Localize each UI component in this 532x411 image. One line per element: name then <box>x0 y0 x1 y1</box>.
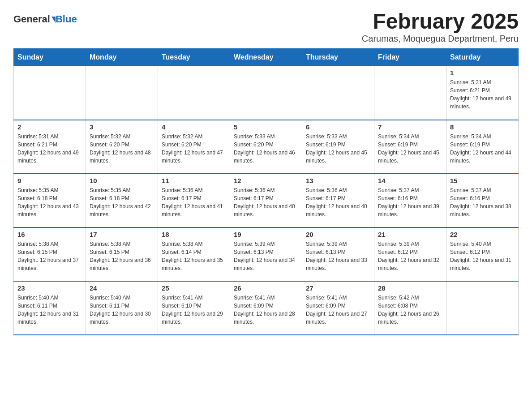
day-number: 28 <box>378 284 442 292</box>
day-info: Sunrise: 5:40 AM Sunset: 6:11 PM Dayligh… <box>90 294 154 326</box>
day-info: Sunrise: 5:42 AM Sunset: 6:08 PM Dayligh… <box>378 294 442 326</box>
logo: GeneralBlue <box>13 13 77 25</box>
day-info: Sunrise: 5:37 AM Sunset: 6:16 PM Dayligh… <box>450 186 515 218</box>
header-row: Sunday Monday Tuesday Wednesday Thursday… <box>14 49 519 66</box>
day-info: Sunrise: 5:37 AM Sunset: 6:16 PM Dayligh… <box>378 186 442 218</box>
calendar-cell: 13Sunrise: 5:36 AM Sunset: 6:17 PM Dayli… <box>302 174 374 227</box>
calendar-cell: 4Sunrise: 5:32 AM Sunset: 6:20 PM Daylig… <box>158 120 230 174</box>
calendar-week-row: 1Sunrise: 5:31 AM Sunset: 6:21 PM Daylig… <box>14 66 519 120</box>
day-number: 6 <box>306 123 370 131</box>
calendar-cell: 17Sunrise: 5:38 AM Sunset: 6:15 PM Dayli… <box>86 227 158 281</box>
calendar-cell <box>374 66 446 120</box>
calendar-week-row: 2Sunrise: 5:31 AM Sunset: 6:21 PM Daylig… <box>14 120 519 174</box>
day-number: 11 <box>162 177 226 184</box>
calendar-cell: 18Sunrise: 5:38 AM Sunset: 6:14 PM Dayli… <box>158 227 230 281</box>
day-info: Sunrise: 5:38 AM Sunset: 6:14 PM Dayligh… <box>162 240 226 272</box>
day-number: 5 <box>234 123 298 131</box>
logo-triangle-icon <box>51 17 56 23</box>
day-number: 27 <box>306 284 370 292</box>
calendar-table: Sunday Monday Tuesday Wednesday Thursday… <box>13 48 519 335</box>
day-info: Sunrise: 5:38 AM Sunset: 6:15 PM Dayligh… <box>17 240 82 272</box>
day-info: Sunrise: 5:32 AM Sunset: 6:20 PM Dayligh… <box>90 133 154 165</box>
day-info: Sunrise: 5:39 AM Sunset: 6:12 PM Dayligh… <box>378 240 442 272</box>
calendar-cell: 23Sunrise: 5:40 AM Sunset: 6:11 PM Dayli… <box>14 281 86 335</box>
calendar-week-row: 9Sunrise: 5:35 AM Sunset: 6:18 PM Daylig… <box>14 174 519 227</box>
calendar-cell: 12Sunrise: 5:36 AM Sunset: 6:17 PM Dayli… <box>230 174 302 227</box>
calendar-week-row: 16Sunrise: 5:38 AM Sunset: 6:15 PM Dayli… <box>14 227 519 281</box>
page-title: February 2025 <box>362 9 519 34</box>
calendar-cell: 10Sunrise: 5:35 AM Sunset: 6:18 PM Dayli… <box>86 174 158 227</box>
day-info: Sunrise: 5:33 AM Sunset: 6:20 PM Dayligh… <box>234 133 298 165</box>
calendar-week-row: 23Sunrise: 5:40 AM Sunset: 6:11 PM Dayli… <box>14 281 519 335</box>
day-info: Sunrise: 5:36 AM Sunset: 6:17 PM Dayligh… <box>162 186 226 218</box>
day-number: 9 <box>17 177 82 184</box>
day-number: 12 <box>234 177 298 184</box>
day-info: Sunrise: 5:41 AM Sunset: 6:09 PM Dayligh… <box>306 294 370 326</box>
calendar-cell: 11Sunrise: 5:36 AM Sunset: 6:17 PM Dayli… <box>158 174 230 227</box>
calendar-cell: 1Sunrise: 5:31 AM Sunset: 6:21 PM Daylig… <box>446 66 519 120</box>
day-info: Sunrise: 5:38 AM Sunset: 6:15 PM Dayligh… <box>90 240 154 272</box>
day-number: 7 <box>378 123 442 131</box>
calendar-cell: 19Sunrise: 5:39 AM Sunset: 6:13 PM Dayli… <box>230 227 302 281</box>
day-info: Sunrise: 5:32 AM Sunset: 6:20 PM Dayligh… <box>162 133 226 165</box>
day-number: 23 <box>17 284 82 292</box>
header-wednesday: Wednesday <box>230 49 302 66</box>
calendar-cell: 2Sunrise: 5:31 AM Sunset: 6:21 PM Daylig… <box>14 120 86 174</box>
day-number: 1 <box>450 69 515 77</box>
page-header: GeneralBlue February 2025 Carumas, Moque… <box>13 9 519 44</box>
day-number: 16 <box>17 231 82 238</box>
title-area: February 2025 Carumas, Moquegua Departme… <box>362 9 519 44</box>
day-info: Sunrise: 5:40 AM Sunset: 6:11 PM Dayligh… <box>17 294 82 326</box>
calendar-cell <box>302 66 374 120</box>
header-sunday: Sunday <box>14 49 86 66</box>
calendar-cell: 3Sunrise: 5:32 AM Sunset: 6:20 PM Daylig… <box>86 120 158 174</box>
calendar-cell: 6Sunrise: 5:33 AM Sunset: 6:19 PM Daylig… <box>302 120 374 174</box>
day-number: 24 <box>90 284 154 292</box>
day-number: 3 <box>90 123 154 131</box>
calendar-cell <box>86 66 158 120</box>
header-thursday: Thursday <box>302 49 374 66</box>
day-number: 19 <box>234 231 298 238</box>
day-number: 21 <box>378 231 442 238</box>
calendar-cell: 5Sunrise: 5:33 AM Sunset: 6:20 PM Daylig… <box>230 120 302 174</box>
calendar-cell: 28Sunrise: 5:42 AM Sunset: 6:08 PM Dayli… <box>374 281 446 335</box>
day-info: Sunrise: 5:33 AM Sunset: 6:19 PM Dayligh… <box>306 133 370 165</box>
day-info: Sunrise: 5:39 AM Sunset: 6:13 PM Dayligh… <box>306 240 370 272</box>
day-info: Sunrise: 5:35 AM Sunset: 6:18 PM Dayligh… <box>17 186 82 218</box>
calendar-cell: 27Sunrise: 5:41 AM Sunset: 6:09 PM Dayli… <box>302 281 374 335</box>
header-friday: Friday <box>374 49 446 66</box>
calendar-cell: 21Sunrise: 5:39 AM Sunset: 6:12 PM Dayli… <box>374 227 446 281</box>
calendar-cell: 8Sunrise: 5:34 AM Sunset: 6:19 PM Daylig… <box>446 120 519 174</box>
day-info: Sunrise: 5:41 AM Sunset: 6:09 PM Dayligh… <box>234 294 298 326</box>
day-number: 15 <box>450 177 515 184</box>
day-info: Sunrise: 5:34 AM Sunset: 6:19 PM Dayligh… <box>450 133 515 165</box>
day-info: Sunrise: 5:39 AM Sunset: 6:13 PM Dayligh… <box>234 240 298 272</box>
day-info: Sunrise: 5:36 AM Sunset: 6:17 PM Dayligh… <box>234 186 298 218</box>
calendar-cell: 14Sunrise: 5:37 AM Sunset: 6:16 PM Dayli… <box>374 174 446 227</box>
day-number: 2 <box>17 123 82 131</box>
calendar-cell: 7Sunrise: 5:34 AM Sunset: 6:19 PM Daylig… <box>374 120 446 174</box>
day-number: 22 <box>450 231 515 238</box>
day-info: Sunrise: 5:31 AM Sunset: 6:21 PM Dayligh… <box>17 133 82 165</box>
day-number: 25 <box>162 284 226 292</box>
calendar-cell: 24Sunrise: 5:40 AM Sunset: 6:11 PM Dayli… <box>86 281 158 335</box>
header-monday: Monday <box>86 49 158 66</box>
logo-general: General <box>13 13 50 25</box>
logo-blue: Blue <box>56 13 77 25</box>
day-number: 13 <box>306 177 370 184</box>
day-number: 4 <box>162 123 226 131</box>
page-subtitle: Carumas, Moquegua Department, Peru <box>362 34 519 44</box>
header-saturday: Saturday <box>446 49 519 66</box>
day-number: 8 <box>450 123 515 131</box>
day-number: 14 <box>378 177 442 184</box>
calendar-body: 1Sunrise: 5:31 AM Sunset: 6:21 PM Daylig… <box>14 66 519 335</box>
day-number: 26 <box>234 284 298 292</box>
day-info: Sunrise: 5:36 AM Sunset: 6:17 PM Dayligh… <box>306 186 370 218</box>
header-tuesday: Tuesday <box>158 49 230 66</box>
calendar-cell: 16Sunrise: 5:38 AM Sunset: 6:15 PM Dayli… <box>14 227 86 281</box>
day-info: Sunrise: 5:41 AM Sunset: 6:10 PM Dayligh… <box>162 294 226 326</box>
day-number: 18 <box>162 231 226 238</box>
day-info: Sunrise: 5:34 AM Sunset: 6:19 PM Dayligh… <box>378 133 442 165</box>
calendar-cell: 26Sunrise: 5:41 AM Sunset: 6:09 PM Dayli… <box>230 281 302 335</box>
calendar-cell: 15Sunrise: 5:37 AM Sunset: 6:16 PM Dayli… <box>446 174 519 227</box>
